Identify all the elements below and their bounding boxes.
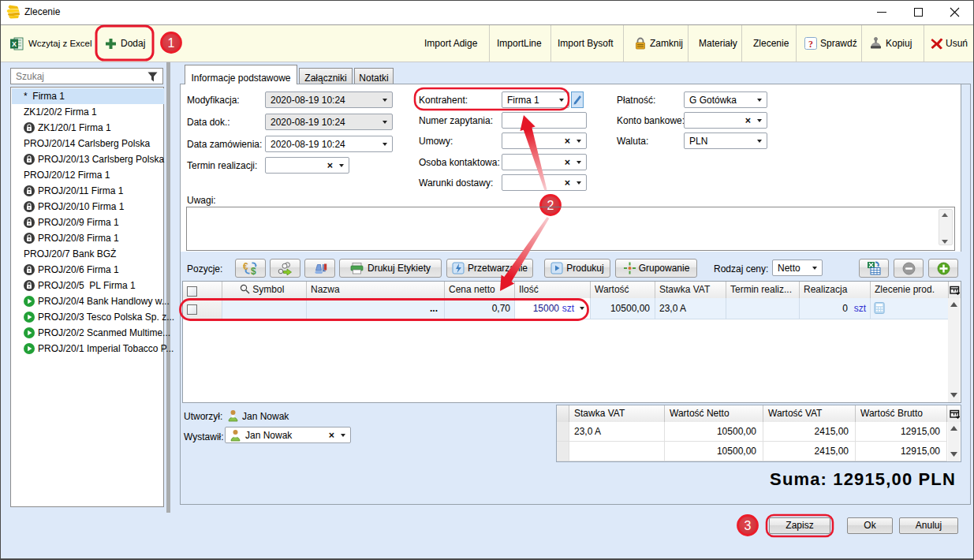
svg-text:3: 3 bbox=[744, 519, 752, 532]
svg-text:?: ? bbox=[808, 39, 813, 50]
svg-text:X: X bbox=[12, 39, 17, 47]
svg-text:$: $ bbox=[251, 266, 256, 275]
